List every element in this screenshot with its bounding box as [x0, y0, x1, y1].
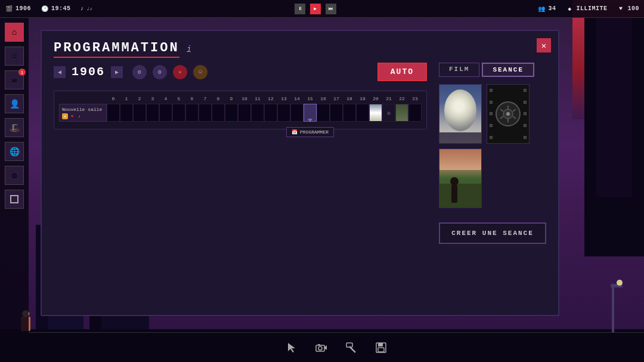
face-icon: ☺: [12, 51, 17, 61]
sidebar-btn-home[interactable]: ⌂: [5, 23, 24, 42]
people-count: 👥 34: [537, 5, 556, 13]
hour-1: 1: [120, 96, 133, 101]
cell-23[interactable]: [408, 104, 422, 122]
close-circle-button[interactable]: ✕: [173, 65, 187, 79]
money-display: ◆ ILLIMITE: [565, 5, 607, 13]
cell-17[interactable]: [330, 104, 343, 122]
people-icon: 👥: [537, 5, 546, 13]
cell-19[interactable]: [356, 104, 369, 122]
hour-7: 7: [199, 96, 212, 101]
cell-12[interactable]: [264, 104, 277, 122]
modal-header: PROGRAMMATION i: [42, 31, 558, 63]
hour-0: 0: [107, 96, 120, 101]
hat-icon: 🎩: [10, 123, 20, 133]
sidebar-btn-box[interactable]: [5, 190, 24, 209]
create-seance-button[interactable]: CREER UNE SEANCE: [439, 222, 546, 244]
svg-line-15: [350, 347, 355, 352]
programmer-calendar-icon: 📅: [292, 129, 298, 135]
toolbar-hammer-button[interactable]: [342, 339, 360, 357]
modal-info-button[interactable]: i: [187, 45, 191, 54]
hour-12: 12: [264, 96, 277, 101]
cell-8[interactable]: [212, 104, 225, 122]
hour-9: 9: [225, 96, 238, 101]
toolbar-select-button[interactable]: [283, 339, 301, 357]
cell-10[interactable]: [238, 104, 251, 122]
tab-film[interactable]: FILM: [439, 63, 479, 77]
cell-1[interactable]: [120, 104, 133, 122]
hour-18: 18: [343, 96, 356, 101]
cell-20[interactable]: [369, 104, 382, 122]
play-button[interactable]: ▶: [310, 4, 321, 14]
cell-7[interactable]: [199, 104, 212, 122]
cinema-icon: 🎬: [5, 5, 13, 13]
svg-rect-14: [346, 343, 352, 347]
skip-button[interactable]: ⏭: [326, 4, 336, 14]
toolbar-camera-button[interactable]: [312, 339, 330, 357]
sidebar-btn-face[interactable]: ☺: [5, 47, 24, 66]
toolbar-save-button[interactable]: [372, 339, 390, 357]
modal-overlay: PROGRAMMATION i ✕ ◀ 1906 ▶ ⚙ ⚙ ✕ ☺ AUTO: [29, 18, 644, 362]
select-icon: [286, 342, 298, 354]
cell-0[interactable]: [107, 104, 120, 122]
film-card-moon[interactable]: [439, 84, 482, 144]
film-card-person[interactable]: [439, 148, 482, 208]
cell-18[interactable]: [343, 104, 356, 122]
cell-4[interactable]: [159, 104, 172, 122]
cell-9[interactable]: [225, 104, 238, 122]
year-display-topbar: 🎬 1906: [5, 5, 31, 13]
programmer-label: PROGRAMMER: [300, 129, 329, 135]
hour-3: 3: [146, 96, 159, 101]
hour-15: 15: [304, 96, 317, 101]
hour-6: 6: [185, 96, 199, 101]
person-icon: 👤: [10, 99, 20, 109]
film-panel: FILM SEANCE: [439, 63, 546, 244]
hour-5: 5: [172, 96, 185, 101]
modal-close-button[interactable]: ✕: [537, 38, 551, 52]
timeline-cells[interactable]: ◎: [107, 104, 422, 122]
smiley-button[interactable]: ☺: [193, 65, 208, 79]
mail-icon: ✉: [12, 75, 17, 85]
star-icon: ★: [62, 113, 68, 119]
cell-16[interactable]: [317, 104, 330, 122]
auto-button[interactable]: AUTO: [377, 63, 427, 81]
svg-rect-18: [378, 348, 384, 352]
gear-circle-button[interactable]: ⚙: [132, 65, 147, 79]
timeline-room-row: Nouvelle salle ★ ♥ ♪: [59, 104, 422, 122]
cell-13[interactable]: [277, 104, 290, 122]
sidebar-btn-hat[interactable]: 🎩: [5, 118, 24, 137]
hour-21: 21: [382, 96, 395, 101]
sidebar-btn-mail[interactable]: ✉ 1: [5, 70, 24, 89]
hammer-icon: [345, 342, 357, 354]
cell-5[interactable]: [172, 104, 185, 122]
sidebar-btn-globe[interactable]: 🌐: [5, 142, 24, 161]
hour-19: 19: [356, 96, 369, 101]
cell-6[interactable]: [185, 104, 199, 122]
home-icon: ⌂: [12, 27, 17, 37]
heart-icon: ♥: [617, 5, 625, 13]
settings2-button[interactable]: ⚙: [153, 65, 167, 79]
room-name: Nouvelle salle: [62, 107, 104, 112]
programmer-tooltip[interactable]: 📅 PROGRAMMER: [286, 127, 334, 137]
pause-button[interactable]: ⏸: [295, 4, 305, 14]
svg-point-2: [506, 112, 510, 116]
cell-2[interactable]: [133, 104, 146, 122]
cell-14[interactable]: [290, 104, 304, 122]
cell-22[interactable]: [395, 104, 408, 122]
year-prev-button[interactable]: ◀: [54, 66, 66, 78]
room-label: Nouvelle salle ★ ♥ ♪: [59, 104, 107, 122]
tab-seance[interactable]: SEANCE: [482, 63, 534, 77]
save-icon: [375, 342, 387, 354]
sidebar-btn-person[interactable]: 👤: [5, 94, 24, 113]
sidebar-btn-settings[interactable]: ⚙: [5, 166, 24, 185]
year-display: 1906: [72, 65, 105, 79]
cell-15[interactable]: [304, 104, 317, 122]
mail-badge: 1: [18, 69, 26, 76]
time-display: 🕐 19:45: [41, 5, 71, 13]
cell-3[interactable]: [146, 104, 159, 122]
box-icon: [10, 195, 18, 203]
cell-11[interactable]: [251, 104, 264, 122]
globe-icon: 🌐: [10, 147, 20, 157]
film-card-reel[interactable]: [487, 84, 530, 144]
cell-21[interactable]: ◎: [382, 104, 395, 122]
year-next-button[interactable]: ▶: [111, 66, 123, 78]
